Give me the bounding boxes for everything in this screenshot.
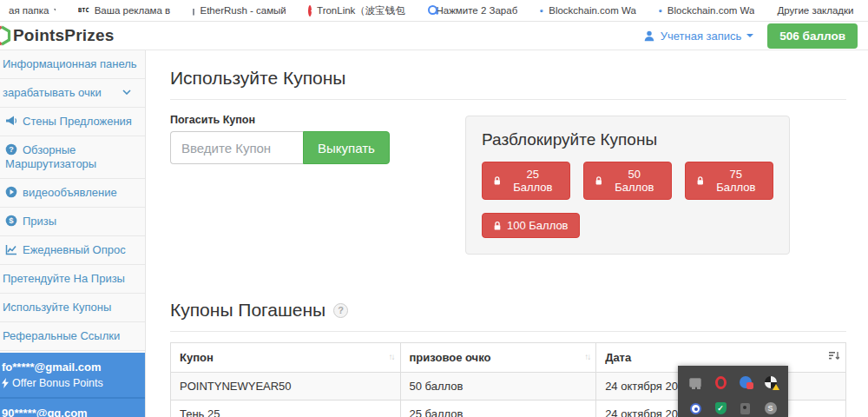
blockchain-cube-icon [659, 5, 662, 17]
brand-logo[interactable]: PointsPrizes [0, 24, 114, 47]
btc-icon: BTC [78, 7, 89, 14]
notification-email: fo*****@gmail.com [2, 361, 138, 374]
sidebar-item-label: зарабатывать очки [3, 86, 102, 99]
points-cell: 25 баллов [400, 400, 596, 417]
blue-red-app-icon[interactable] [740, 376, 752, 388]
meter-icon[interactable] [740, 403, 750, 414]
bookmarks-bar: ая папка BTC Ваша реклама в с EtherRush … [0, 0, 868, 22]
bookmark-item[interactable]: EtherRush - самый [193, 5, 286, 16]
points-balance-badge[interactable]: 506 баллов [767, 23, 858, 49]
bookmark-item[interactable]: BTC Ваша реклама в с [78, 5, 171, 16]
notification-email: 90*****@qq.com [2, 407, 138, 417]
bookmark-folder[interactable]: ая папка [9, 5, 56, 16]
opera-icon[interactable] [715, 376, 727, 389]
sidebar-item-survey-routers[interactable]: ?Обзорные Маршрутизаторы [0, 136, 145, 179]
pointsprizes-hexagon-icon [0, 24, 13, 47]
sidebar-item-label: Претендуйте На Призы [3, 272, 125, 285]
sidebar-item-claim-prizes[interactable]: Претендуйте На Призы [0, 265, 145, 294]
unlock-coupons-panel: Разблокируйте Купоны 25 Баллов 50 Баллов… [465, 116, 790, 255]
coupon-cell: POINTYNEWYEAR50 [171, 373, 401, 400]
sidebar-item-label: Информационная панель [3, 57, 137, 70]
svg-text:$: $ [9, 215, 14, 225]
s-app-icon[interactable]: S [765, 402, 777, 414]
sidebar-item-label: Обзорные Маршрутизаторы [5, 143, 96, 170]
unlock-25-points-button[interactable]: 25 Баллов [482, 162, 570, 200]
bookmark-item[interactable]: Нажмите 2 Зараб [428, 5, 517, 16]
sidebar-notifications: fo*****@gmail.com Offer Bonus Points 90*… [0, 353, 145, 417]
sort-both-icon: ↑↓ [389, 352, 394, 361]
blockchain-cube-icon [540, 5, 543, 17]
account-label: Учетная запись [661, 30, 742, 43]
lock-icon [493, 175, 502, 186]
bookmark-label: Нажмите 2 Зараб [436, 5, 517, 16]
page-title: Используйте Купоны [170, 68, 846, 89]
sidebar-item-use-coupons[interactable]: Используйте Купоны [0, 294, 145, 322]
sidebar-item-offer-walls[interactable]: Стены Предложения [0, 108, 145, 136]
divider [170, 331, 846, 332]
site-header: PointsPrizes Учетная запись 506 баллов [0, 22, 868, 50]
lock-icon [595, 175, 603, 186]
sidebar-nav: Информационная панель зарабатывать очки … [0, 50, 146, 417]
divider [170, 99, 846, 100]
bookmark-item[interactable]: Blockchain.com Wa [659, 5, 755, 17]
defender-warning-icon[interactable] [765, 376, 777, 388]
sidebar-item-earn-points[interactable]: зарабатывать очки [0, 79, 145, 108]
sidebar-item-video-ads[interactable]: видеообъявление [0, 179, 145, 208]
sidebar-item-label: Стены Предложения [23, 115, 132, 128]
sidebar-item-label: Призы [23, 215, 56, 228]
notification-message: Offer Bonus Points [12, 376, 103, 390]
bookmark-label: TronLink（波宝钱包 [317, 4, 405, 17]
money-icon: $ [5, 215, 17, 227]
caret-down-icon [54, 9, 56, 12]
coupon-input[interactable] [170, 131, 303, 164]
sort-desc-icon [829, 351, 839, 361]
play-circle-icon [5, 186, 17, 198]
unlock-75-points-button[interactable]: 75 Баллов [685, 162, 773, 200]
brand-name: PointsPrizes [13, 26, 114, 45]
unlock-panel-title: Разблокируйте Купоны [482, 130, 773, 149]
page-icon [193, 5, 194, 16]
bookmark-label: EtherRush - самый [200, 5, 286, 16]
unlock-50-points-button[interactable]: 50 Баллов [583, 162, 672, 200]
notification-item[interactable]: 90*****@qq.com Offer Bonus Points [0, 399, 145, 417]
sidebar-item-label: Ежедневный Опрос [23, 243, 126, 256]
other-bookmarks-label: Другие закладки [777, 5, 853, 16]
coupon-cell: Тень 25 [171, 400, 401, 417]
other-bookmarks[interactable]: Другие закладки [777, 5, 858, 16]
sidebar-item-label: Реферальные Ссылки [3, 329, 120, 342]
media-player-icon[interactable] [690, 403, 701, 414]
megaphone-icon [5, 116, 17, 127]
window-frame-icon[interactable] [689, 378, 701, 387]
sort-both-icon: ↑↓ [584, 352, 589, 361]
shield-check-icon[interactable]: ✓ [715, 402, 727, 414]
redeem-button[interactable]: Выкупать [303, 131, 390, 164]
bookmark-folder-label: ая папка [9, 5, 49, 16]
sidebar-item-label: Используйте Купоны [3, 301, 111, 314]
tronlink-icon [308, 5, 312, 17]
sidebar-item-referral-links[interactable]: Реферальные Ссылки [0, 322, 145, 351]
unlock-100-points-button[interactable]: 100 Баллов [482, 213, 580, 238]
account-menu[interactable]: Учетная запись [643, 30, 754, 43]
caret-down-icon [746, 34, 753, 37]
question-circle-icon: ? [5, 143, 17, 156]
column-header-coupon[interactable]: Купон ↑↓ [171, 343, 401, 373]
bookmark-item[interactable]: Blockchain.com Wa [540, 5, 636, 17]
svg-text:?: ? [9, 145, 14, 154]
system-tray-popup: ✓ S [678, 366, 788, 417]
sidebar-item-label: видеообъявление [23, 186, 117, 199]
sidebar-item-daily-poll[interactable]: Ежедневный Опрос [0, 236, 145, 265]
bookmark-item[interactable]: TronLink（波宝钱包 [308, 4, 405, 17]
chart-line-icon [5, 244, 17, 255]
sidebar-item-prizes[interactable]: $Призы [0, 208, 145, 236]
bookmark-label: Blockchain.com Wa [667, 5, 755, 16]
bookmark-label: Blockchain.com Wa [549, 5, 636, 16]
notification-item[interactable]: fo*****@gmail.com Offer Bonus Points [0, 353, 145, 399]
lock-icon [696, 175, 705, 186]
column-header-points[interactable]: призовое очко ↑↓ [400, 343, 596, 373]
bolt-icon [2, 378, 9, 388]
bookmark-label: Ваша реклама в с [95, 5, 171, 16]
sidebar-item-dashboard[interactable]: Информационная панель [0, 50, 145, 79]
redeemed-coupons-title: Купоны Погашены [170, 300, 326, 321]
help-icon[interactable]: ? [333, 303, 348, 318]
lock-icon [493, 221, 502, 231]
